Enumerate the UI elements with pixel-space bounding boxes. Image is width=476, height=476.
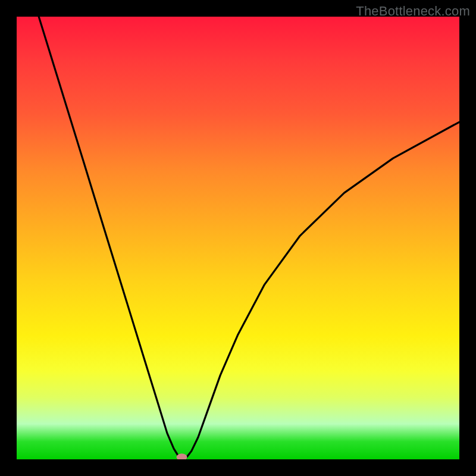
- watermark-text: TheBottleneck.com: [356, 4, 470, 19]
- chart-frame: TheBottleneck.com: [0, 0, 476, 476]
- plot-area: [17, 17, 459, 459]
- curve-svg: [17, 17, 459, 459]
- bottleneck-curve: [39, 17, 459, 459]
